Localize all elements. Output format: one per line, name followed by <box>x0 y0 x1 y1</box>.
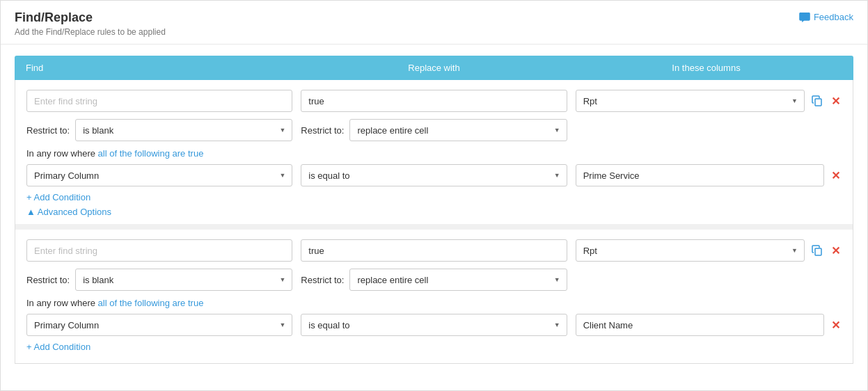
rule2-copy-button[interactable] <box>810 244 824 257</box>
rule1-cond-val-input[interactable]: Prime Service <box>576 164 824 186</box>
rule1-cond-delete-button[interactable]: ✕ <box>830 168 842 184</box>
rule2-condition-link[interactable]: all of the following are true <box>98 298 204 308</box>
close-icon-cond-2: ✕ <box>831 319 840 332</box>
header-left: Find/Replace Add the Find/Replace rules … <box>15 10 166 37</box>
rule1-column-col: Rpt Primary Column Service Client Name <box>576 90 842 112</box>
rule1-condition-header: In any row where all of the following ar… <box>26 148 842 159</box>
rule2-restrict-find-label: Restrict to: <box>26 275 70 285</box>
rules-wrapper: true Rpt Primary Column Service Client N… <box>15 80 853 364</box>
rule1-restrict-find-wrapper: is blank is not blank matches regex exac… <box>75 119 292 141</box>
copy-icon-2 <box>812 245 823 256</box>
rule1-condition-prefix: In any row where <box>26 148 98 159</box>
rule1-main-row: true Rpt Primary Column Service Client N… <box>26 90 842 112</box>
rule1-cond-op-select[interactable]: is equal to is not equal to contains doe… <box>301 164 567 186</box>
rule1-add-condition-link[interactable]: + Add Condition <box>26 192 90 202</box>
rule2-add-condition-link[interactable]: + Add Condition <box>26 342 90 352</box>
rule1-replace-input[interactable]: true <box>301 90 567 112</box>
close-icon-cond: ✕ <box>831 169 840 182</box>
rule-block-2: true Rpt Primary Column Service Client N… <box>15 224 853 363</box>
rule1-restrict-replace-select[interactable]: replace entire cell replace matched text… <box>349 119 567 141</box>
rule1-cond-op-wrapper: is equal to is not equal to contains doe… <box>301 164 567 186</box>
rule1-advanced-options-link[interactable]: ▲ Advanced Options <box>26 207 111 217</box>
rule1-delete-button[interactable]: ✕ <box>830 93 842 109</box>
svg-rect-1 <box>815 248 821 255</box>
rule1-restrict-replace-wrapper: replace entire cell replace matched text… <box>349 119 567 141</box>
rule2-column-select-wrapper: Rpt Primary Column Service Client Name <box>576 239 805 262</box>
rule1-find-col <box>26 90 292 112</box>
rule2-main-row: true Rpt Primary Column Service Client N… <box>26 239 842 262</box>
page-subtitle: Add the Find/Replace rules to be applied <box>15 27 166 37</box>
rule1-column-select[interactable]: Rpt Primary Column Service Client Name <box>576 90 805 112</box>
close-icon: ✕ <box>831 95 840 108</box>
rule2-condition-prefix: In any row where <box>26 298 98 308</box>
rule1-restrict-replace-group: Restrict to: replace entire cell replace… <box>301 119 567 141</box>
rule1-restrict-row: Restrict to: is blank is not blank match… <box>26 119 842 141</box>
copy-icon <box>812 95 823 106</box>
svg-rect-0 <box>815 99 821 106</box>
rule2-restrict-find-group: Restrict to: is blank is not blank match… <box>26 269 292 291</box>
page-container: Find/Replace Add the Find/Replace rules … <box>0 0 868 391</box>
rule1-copy-button[interactable] <box>810 94 824 108</box>
rule2-column-col: Rpt Primary Column Service Client Name <box>576 239 842 262</box>
table-header: Find Replace with In these columns <box>15 56 853 80</box>
feedback-link[interactable]: Feedback <box>799 12 853 22</box>
rule2-find-col <box>26 239 292 262</box>
rule1-restrict-replace-label: Restrict to: <box>301 125 344 136</box>
rule2-find-input[interactable] <box>26 239 292 262</box>
rule1-restrict-find-label: Restrict to: <box>26 125 70 136</box>
rule1-cond-col-select[interactable]: Primary Column Service Client Name Rpt <box>26 164 292 186</box>
rule2-delete-button[interactable]: ✕ <box>830 243 842 259</box>
rule2-condition-header: In any row where all of the following ar… <box>26 298 842 308</box>
rule1-cond-val-col: Prime Service ✕ <box>576 164 842 186</box>
main-content: Find Replace with In these columns true <box>1 45 867 375</box>
rule2-restrict-replace-select[interactable]: replace entire cell replace matched text… <box>349 269 567 291</box>
close-icon-2: ✕ <box>831 244 840 257</box>
rule2-restrict-find-wrapper: is blank is not blank matches regex exac… <box>75 269 292 291</box>
rule-block-1: true Rpt Primary Column Service Client N… <box>15 80 853 224</box>
rule1-replace-col: true <box>301 90 567 112</box>
page-header: Find/Replace Add the Find/Replace rules … <box>1 1 867 45</box>
rule1-restrict-find-select[interactable]: is blank is not blank matches regex exac… <box>75 119 292 141</box>
rule1-restrict-find-group: Restrict to: is blank is not blank match… <box>26 119 292 141</box>
rule2-replace-input[interactable]: true <box>301 239 567 262</box>
header-find: Find <box>26 63 298 73</box>
rule2-condition-row: Primary Column Service Client Name Rpt i… <box>26 314 842 336</box>
rule2-restrict-replace-label: Restrict to: <box>301 275 344 285</box>
page-title: Find/Replace <box>15 10 166 25</box>
rule2-cond-val-col: Client Name ✕ <box>576 314 842 336</box>
rule1-cond-col-wrapper: Primary Column Service Client Name Rpt <box>26 164 292 186</box>
rule2-cond-op-wrapper: is equal to is not equal to contains doe… <box>301 314 567 336</box>
rule2-cond-col-select[interactable]: Primary Column Service Client Name Rpt <box>26 314 292 336</box>
rule1-find-input[interactable] <box>26 90 292 112</box>
rule2-restrict-find-select[interactable]: is blank is not blank matches regex exac… <box>75 269 292 291</box>
header-replace: Replace with <box>298 63 570 73</box>
rule2-cond-val-input[interactable]: Client Name <box>576 314 824 336</box>
rule2-cond-op-select[interactable]: is equal to is not equal to contains doe… <box>301 314 567 336</box>
rule2-restrict-row: Restrict to: is blank is not blank match… <box>26 269 842 291</box>
rule2-restrict-replace-wrapper: replace entire cell replace matched text… <box>349 269 567 291</box>
rule2-cond-delete-button[interactable]: ✕ <box>830 317 842 333</box>
rule1-condition-row: Primary Column Service Client Name Rpt i… <box>26 164 842 186</box>
rule2-restrict-replace-group: Restrict to: replace entire cell replace… <box>301 269 567 291</box>
rule1-column-select-wrapper: Rpt Primary Column Service Client Name <box>576 90 805 112</box>
rule2-column-select[interactable]: Rpt Primary Column Service Client Name <box>576 239 805 262</box>
rule1-condition-link[interactable]: all of the following are true <box>98 148 204 159</box>
rule2-cond-col-wrapper: Primary Column Service Client Name Rpt <box>26 314 292 336</box>
feedback-icon <box>799 13 810 22</box>
feedback-label: Feedback <box>814 12 853 22</box>
rule2-replace-col: true <box>301 239 567 262</box>
header-columns: In these columns <box>570 63 842 73</box>
